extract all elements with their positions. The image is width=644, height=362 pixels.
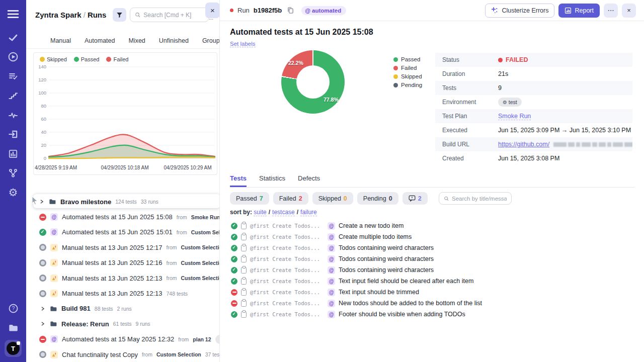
user-avatar-tile[interactable]: T	[5, 340, 22, 357]
more-options-button[interactable]: ⋯	[604, 4, 618, 18]
tab-manual[interactable]: Manual	[50, 37, 71, 44]
run-source: Smoke Run	[191, 214, 220, 220]
failed-pct-label: 22.2%	[288, 60, 303, 66]
filter-button[interactable]	[113, 8, 126, 22]
test-row[interactable]: @first Create Todos...New todos should b…	[220, 298, 644, 309]
run-info-table: Status FAILED Duration 21s Tests 9 Envir…	[435, 53, 632, 165]
folder-row[interactable]: Build 981 88 tests 2 runs	[26, 301, 219, 316]
runs-search-input[interactable]	[143, 12, 204, 19]
sidebar-item-test-plans[interactable]	[0, 69, 26, 84]
sidebar-item-reports[interactable]	[0, 146, 26, 161]
test-row[interactable]: @first Create Todos...Text input field s…	[220, 276, 644, 287]
tab-defects[interactable]: Defects	[298, 174, 320, 187]
tests-search[interactable]	[439, 192, 512, 205]
sidebar-item-analytics[interactable]	[0, 108, 26, 123]
tab-mixed[interactable]: Mixed	[128, 37, 145, 44]
run-source: Custom Selection	[181, 244, 220, 250]
status-badge: FAILED	[498, 56, 528, 63]
menu-button[interactable]	[0, 7, 26, 22]
run-list-item[interactable]: Automated tests at 15 Jun 2025 15:01 fro…	[26, 225, 219, 240]
filter-pending[interactable]: Pending0	[357, 192, 398, 205]
sort-by-suite[interactable]: suite	[254, 209, 266, 216]
folder-icon	[49, 305, 57, 313]
test-row[interactable]: @first Create Todos...Todos containing w…	[220, 264, 644, 276]
from-label: from	[142, 351, 152, 357]
info-row-build-url: Build URL https://github.com/	[435, 137, 632, 151]
filter-comments[interactable]: 2	[403, 192, 428, 205]
run-list-item[interactable]: Manual tests at 13 Jun 2025 12:13 from C…	[26, 270, 219, 286]
report-button[interactable]: Report	[558, 4, 600, 18]
test-row[interactable]: @first Create Todos...Create a new todo …	[220, 220, 644, 231]
run-title: Automated tests at 15 May 2025 12:32	[62, 335, 174, 343]
clipboard-icon	[241, 223, 247, 229]
svg-text:4/28/2025 9:19 AM: 4/28/2025 9:19 AM	[35, 165, 77, 170]
sidebar-item-settings[interactable]: ⚙	[0, 185, 26, 200]
result-filters: Passed7 Failed2 Skipped0 Pending0 2	[230, 192, 512, 205]
test-row[interactable]: @first Create Todos...Todos containing w…	[220, 253, 644, 264]
run-list-item[interactable]: Chat functinality test Copy from Custom …	[26, 347, 219, 362]
run-list-item[interactable]: Manual tests at 13 Jun 2025 12:16 from C…	[26, 255, 219, 270]
run-list-item[interactable]: Automated tests at 15 Jun 2025 15:08 fro…	[26, 209, 219, 224]
sidebar-item-branches[interactable]	[0, 165, 26, 180]
projects-button[interactable]	[0, 320, 26, 335]
tab-automated[interactable]: Automated	[85, 37, 115, 44]
sidebar-item-import[interactable]	[0, 127, 26, 142]
runs-panel: Zyntra Spark/Runs × ⋯ Manual Automated M…	[26, 0, 220, 362]
sidebar-item-milestones[interactable]	[0, 88, 26, 103]
suite-label: @first Create Todos...	[250, 234, 320, 240]
donut-legend: Passed Failed Skipped Pending	[393, 56, 422, 90]
run-source: Custom Selection	[181, 260, 220, 266]
automated-test-icon	[328, 300, 335, 307]
test-plan-link[interactable]: Smoke Run	[498, 113, 531, 120]
tab-statistics[interactable]: Statistics	[259, 174, 285, 187]
test-row[interactable]: @first Create Todos...Create multiple to…	[220, 231, 644, 242]
close-run-button[interactable]: ×	[622, 4, 636, 18]
copy-run-id-button[interactable]	[287, 7, 294, 14]
info-row-status: Status FAILED	[435, 53, 632, 67]
test-row[interactable]: @first Create Todos...Footer should be v…	[220, 309, 644, 320]
from-label: from	[177, 229, 187, 235]
filter-failed[interactable]: Failed2	[273, 192, 308, 205]
pending-dot	[393, 83, 398, 87]
filter-passed[interactable]: Passed7	[230, 192, 269, 205]
run-list-item[interactable]: Automated tests at 15 May 2025 12:32 fro…	[26, 332, 219, 347]
panel-close-button[interactable]: ×	[205, 3, 220, 18]
tab-tests[interactable]: Tests	[230, 174, 247, 187]
run-list-item[interactable]: Manual tests at 13 Jun 2025 12:13 748 te…	[26, 286, 219, 301]
chevron-right-icon[interactable]	[40, 321, 45, 326]
automated-run-icon	[50, 213, 58, 221]
sidebar-item-runs[interactable]	[0, 49, 26, 64]
clusterize-errors-button[interactable]: Clusterize Errors	[485, 4, 554, 18]
sort-by-testcase[interactable]: testcase	[272, 209, 295, 216]
test-row[interactable]: @first Create Todos...Todos containing w…	[220, 242, 644, 253]
set-labels-link[interactable]: Set labels	[230, 41, 256, 47]
tab-groups[interactable]: Groups	[202, 37, 220, 44]
run-list-item[interactable]: Manual tests at 13 Jun 2025 12:17 from C…	[26, 240, 219, 255]
legend-passed: Passed	[74, 56, 100, 62]
test-row[interactable]: @first Create Todos...Text input should …	[220, 287, 644, 298]
info-row-executed: Executed Jun 15, 2025 3:09 PM → Jun 15, …	[435, 123, 632, 137]
build-url-link[interactable]: https://github.com/	[498, 141, 549, 148]
from-label: from	[178, 336, 189, 342]
chevron-right-icon[interactable]	[40, 306, 45, 311]
sort-by-failure[interactable]: failure	[300, 209, 317, 216]
tests-search-input[interactable]	[452, 196, 507, 202]
run-title: Automated tests at 15 Jun 2025 15:01	[62, 228, 173, 236]
chevron-right-icon[interactable]	[39, 199, 44, 204]
legend-failed: Failed	[393, 65, 422, 71]
automated-test-icon	[328, 266, 335, 274]
passed-dot	[74, 57, 79, 62]
automated-test-icon	[328, 289, 335, 296]
passed-icon	[231, 234, 237, 240]
runs-search[interactable]	[130, 8, 209, 22]
filter-skipped[interactable]: Skipped0	[312, 192, 353, 205]
folder-row[interactable]: Release: Rerun 61 tests 9 runs	[26, 316, 219, 331]
test-title: Text input should be trimmed	[339, 289, 419, 296]
breadcrumb-project[interactable]: Zyntra Spark	[35, 11, 82, 19]
milestone-row[interactable]: Bravo milestone 124 tests 33 runs	[26, 194, 219, 209]
from-label: from	[166, 260, 177, 266]
help-button[interactable]: ?	[0, 301, 26, 316]
clipboard-icon	[241, 289, 247, 296]
tab-unfinished[interactable]: Unfinished	[159, 37, 189, 44]
sidebar-item-tests[interactable]	[0, 30, 26, 45]
